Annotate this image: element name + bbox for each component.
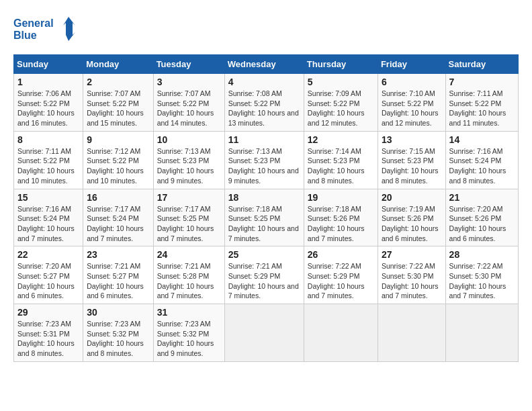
day-detail: Sunrise: 7:17 AMSunset: 5:24 PMDaylight:…	[87, 204, 149, 244]
day-detail: Sunrise: 7:16 AMSunset: 5:24 PMDaylight:…	[449, 146, 515, 186]
day-cell-20: 20Sunrise: 7:19 AMSunset: 5:26 PMDayligh…	[378, 189, 445, 246]
day-number: 18	[228, 192, 300, 203]
day-cell-16: 16Sunrise: 7:17 AMSunset: 5:24 PMDayligh…	[83, 189, 153, 246]
day-detail: Sunrise: 7:11 AMSunset: 5:22 PMDaylight:…	[17, 146, 79, 186]
day-detail: Sunrise: 7:11 AMSunset: 5:22 PMDaylight:…	[449, 89, 515, 128]
day-detail: Sunrise: 7:13 AMSunset: 5:23 PMDaylight:…	[228, 146, 300, 186]
day-number: 26	[308, 249, 374, 260]
col-header-tuesday: Tuesday	[153, 55, 224, 74]
empty-cell	[224, 304, 304, 362]
day-detail: Sunrise: 7:22 AMSunset: 5:30 PMDaylight:…	[449, 261, 515, 301]
day-cell-26: 26Sunrise: 7:22 AMSunset: 5:29 PMDayligh…	[304, 246, 378, 304]
day-detail: Sunrise: 7:23 AMSunset: 5:32 PMDaylight:…	[87, 319, 149, 359]
day-cell-29: 29Sunrise: 7:23 AMSunset: 5:31 PMDayligh…	[14, 304, 83, 362]
day-detail: Sunrise: 7:18 AMSunset: 5:26 PMDaylight:…	[308, 204, 374, 244]
day-number: 10	[157, 134, 221, 145]
day-cell-22: 22Sunrise: 7:20 AMSunset: 5:27 PMDayligh…	[14, 246, 83, 304]
col-header-sunday: Sunday	[14, 55, 83, 74]
day-detail: Sunrise: 7:10 AMSunset: 5:22 PMDaylight:…	[382, 89, 442, 128]
svg-marker-2	[63, 17, 75, 41]
calendar-week-4: 22Sunrise: 7:20 AMSunset: 5:27 PMDayligh…	[14, 246, 519, 304]
calendar-week-5: 29Sunrise: 7:23 AMSunset: 5:31 PMDayligh…	[14, 304, 519, 362]
day-cell-28: 28Sunrise: 7:22 AMSunset: 5:30 PMDayligh…	[445, 246, 518, 304]
day-number: 7	[449, 77, 515, 87]
day-number: 19	[308, 192, 374, 203]
day-number: 20	[382, 192, 442, 203]
day-number: 15	[17, 192, 79, 203]
day-cell-6: 6Sunrise: 7:10 AMSunset: 5:22 PMDaylight…	[378, 74, 445, 132]
col-header-saturday: Saturday	[445, 55, 518, 74]
col-header-monday: Monday	[83, 55, 153, 74]
logo: General Blue	[13, 13, 81, 44]
day-number: 14	[449, 134, 515, 145]
day-cell-11: 11Sunrise: 7:13 AMSunset: 5:23 PMDayligh…	[224, 131, 304, 189]
day-detail: Sunrise: 7:09 AMSunset: 5:22 PMDaylight:…	[308, 89, 374, 128]
day-cell-14: 14Sunrise: 7:16 AMSunset: 5:24 PMDayligh…	[445, 131, 518, 189]
day-detail: Sunrise: 7:21 AMSunset: 5:27 PMDaylight:…	[87, 261, 149, 301]
day-detail: Sunrise: 7:07 AMSunset: 5:22 PMDaylight:…	[157, 89, 221, 128]
day-detail: Sunrise: 7:13 AMSunset: 5:23 PMDaylight:…	[157, 146, 221, 186]
day-cell-5: 5Sunrise: 7:09 AMSunset: 5:22 PMDaylight…	[304, 74, 378, 132]
day-number: 29	[17, 307, 79, 318]
day-number: 25	[228, 249, 300, 260]
day-cell-25: 25Sunrise: 7:21 AMSunset: 5:29 PMDayligh…	[224, 246, 304, 304]
day-cell-30: 30Sunrise: 7:23 AMSunset: 5:32 PMDayligh…	[83, 304, 153, 362]
day-number: 16	[87, 192, 149, 203]
header-row: SundayMondayTuesdayWednesdayThursdayFrid…	[14, 55, 519, 74]
day-number: 1	[17, 77, 79, 87]
svg-text:Blue: Blue	[13, 30, 37, 41]
col-header-friday: Friday	[378, 55, 445, 74]
day-number: 21	[449, 192, 515, 203]
svg-text:General: General	[13, 17, 54, 29]
day-detail: Sunrise: 7:23 AMSunset: 5:31 PMDaylight:…	[17, 319, 79, 359]
day-cell-8: 8Sunrise: 7:11 AMSunset: 5:22 PMDaylight…	[14, 131, 83, 189]
day-number: 6	[382, 77, 442, 87]
day-cell-13: 13Sunrise: 7:15 AMSunset: 5:23 PMDayligh…	[378, 131, 445, 189]
empty-cell	[445, 304, 518, 362]
day-detail: Sunrise: 7:22 AMSunset: 5:29 PMDaylight:…	[308, 261, 374, 301]
calendar-week-2: 8Sunrise: 7:11 AMSunset: 5:22 PMDaylight…	[14, 131, 519, 189]
day-detail: Sunrise: 7:22 AMSunset: 5:30 PMDaylight:…	[382, 261, 442, 301]
calendar-week-1: 1Sunrise: 7:06 AMSunset: 5:22 PMDaylight…	[14, 74, 519, 132]
col-header-wednesday: Wednesday	[224, 55, 304, 74]
day-cell-3: 3Sunrise: 7:07 AMSunset: 5:22 PMDaylight…	[153, 74, 224, 132]
day-detail: Sunrise: 7:23 AMSunset: 5:32 PMDaylight:…	[157, 319, 221, 359]
day-detail: Sunrise: 7:20 AMSunset: 5:26 PMDaylight:…	[449, 204, 515, 244]
day-detail: Sunrise: 7:08 AMSunset: 5:22 PMDaylight:…	[228, 89, 300, 128]
day-number: 3	[157, 77, 221, 87]
day-number: 17	[157, 192, 221, 203]
day-cell-27: 27Sunrise: 7:22 AMSunset: 5:30 PMDayligh…	[378, 246, 445, 304]
day-number: 2	[87, 77, 149, 87]
day-number: 8	[17, 134, 79, 145]
day-number: 31	[157, 307, 221, 318]
day-number: 13	[382, 134, 442, 145]
day-detail: Sunrise: 7:21 AMSunset: 5:29 PMDaylight:…	[228, 261, 300, 301]
col-header-thursday: Thursday	[304, 55, 378, 74]
day-number: 24	[157, 249, 221, 260]
day-cell-2: 2Sunrise: 7:07 AMSunset: 5:22 PMDaylight…	[83, 74, 153, 132]
page-header: General Blue	[13, 13, 519, 44]
logo-svg: General Blue	[13, 13, 81, 44]
day-number: 12	[308, 134, 374, 145]
day-detail: Sunrise: 7:15 AMSunset: 5:23 PMDaylight:…	[382, 146, 442, 186]
day-detail: Sunrise: 7:12 AMSunset: 5:22 PMDaylight:…	[87, 146, 149, 186]
day-number: 4	[228, 77, 300, 87]
day-cell-10: 10Sunrise: 7:13 AMSunset: 5:23 PMDayligh…	[153, 131, 224, 189]
day-detail: Sunrise: 7:06 AMSunset: 5:22 PMDaylight:…	[17, 89, 79, 128]
day-number: 11	[228, 134, 300, 145]
day-detail: Sunrise: 7:17 AMSunset: 5:25 PMDaylight:…	[157, 204, 221, 244]
day-detail: Sunrise: 7:14 AMSunset: 5:23 PMDaylight:…	[308, 146, 374, 186]
empty-cell	[304, 304, 378, 362]
day-number: 23	[87, 249, 149, 260]
day-detail: Sunrise: 7:21 AMSunset: 5:28 PMDaylight:…	[157, 261, 221, 301]
day-detail: Sunrise: 7:18 AMSunset: 5:25 PMDaylight:…	[228, 204, 300, 244]
day-number: 30	[87, 307, 149, 318]
day-cell-19: 19Sunrise: 7:18 AMSunset: 5:26 PMDayligh…	[304, 189, 378, 246]
day-number: 9	[87, 134, 149, 145]
day-cell-4: 4Sunrise: 7:08 AMSunset: 5:22 PMDaylight…	[224, 74, 304, 132]
day-detail: Sunrise: 7:20 AMSunset: 5:27 PMDaylight:…	[17, 261, 79, 301]
calendar-week-3: 15Sunrise: 7:16 AMSunset: 5:24 PMDayligh…	[14, 189, 519, 246]
day-cell-18: 18Sunrise: 7:18 AMSunset: 5:25 PMDayligh…	[224, 189, 304, 246]
day-number: 27	[382, 249, 442, 260]
day-detail: Sunrise: 7:07 AMSunset: 5:22 PMDaylight:…	[87, 89, 149, 128]
